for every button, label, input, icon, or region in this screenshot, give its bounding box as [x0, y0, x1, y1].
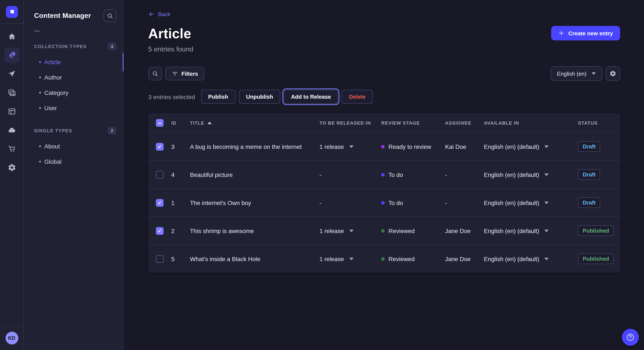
nav-marketplace-button[interactable] — [4, 141, 20, 157]
cell-released-in[interactable]: 1 release — [320, 143, 381, 150]
subnav-item-label: About — [44, 143, 60, 150]
gear-icon — [8, 163, 16, 172]
back-link[interactable]: Back — [148, 11, 170, 17]
column-header-review-stage[interactable]: REVIEW STAGE — [381, 120, 445, 125]
single-types-label: SINGLE TYPES — [34, 128, 72, 133]
locale-select[interactable]: English (en) — [550, 66, 602, 81]
table-header-row: ID TITLE TO BE RELEASED IN REVIEW STAGE … — [148, 113, 620, 132]
chevron-down-icon — [544, 229, 548, 232]
delete-button[interactable]: Delete — [342, 90, 373, 104]
back-label: Back — [158, 11, 170, 17]
table-row[interactable]: 2 This shrimp is awesome 1 release Revie… — [148, 216, 620, 245]
nav-content-manager-button[interactable] — [4, 48, 20, 63]
bullet-icon — [39, 92, 41, 94]
nav-media-library-button[interactable] — [4, 85, 20, 100]
cell-assignee: Jane Doe — [445, 255, 484, 262]
row-checkbox[interactable] — [156, 255, 164, 263]
chevron-down-icon — [544, 173, 548, 176]
cell-released-in[interactable]: 1 release — [320, 227, 381, 234]
entries-count-text: 5 entries found — [148, 45, 620, 53]
chevron-down-icon — [544, 201, 548, 204]
subnav-item-author[interactable]: Author — [24, 70, 123, 85]
rail-divider — [0, 23, 24, 24]
subnav-item-global[interactable]: Global — [24, 154, 123, 169]
cell-id: 5 — [171, 255, 190, 262]
sort-ascending-icon — [207, 121, 212, 124]
subnav-item-category[interactable]: Category — [24, 85, 123, 100]
bullet-icon — [39, 161, 41, 163]
view-settings-button[interactable] — [606, 66, 620, 81]
feather-icon — [8, 51, 16, 59]
review-stage-dot — [381, 145, 384, 148]
cell-available-in[interactable]: English (en) (default) — [484, 143, 578, 150]
user-avatar[interactable]: KD — [5, 332, 18, 345]
nav-cloud-button[interactable] — [4, 123, 20, 138]
column-header-id[interactable]: ID — [171, 120, 190, 125]
subnav-item-label: Category — [44, 89, 68, 96]
add-to-release-button[interactable]: Add to Release — [284, 90, 338, 104]
cart-icon — [8, 145, 16, 153]
single-types-section: SINGLE TYPES 2 About Global — [24, 127, 123, 169]
column-header-title[interactable]: TITLE — [190, 120, 320, 125]
single-types-count-badge: 2 — [108, 127, 116, 134]
release-caret-icon[interactable] — [349, 257, 353, 260]
subnav-item-about[interactable]: About — [24, 139, 123, 154]
bulk-actions-row: 3 entries selected Publish Unpublish Add… — [148, 90, 620, 104]
unpublish-button[interactable]: Unpublish — [239, 90, 280, 104]
create-new-entry-button[interactable]: Create new entry — [551, 26, 620, 40]
cell-available-in[interactable]: English (en) (default) — [484, 227, 578, 234]
row-checkbox[interactable] — [156, 199, 164, 206]
column-header-status[interactable]: STATUS — [578, 120, 616, 125]
bullet-icon — [39, 146, 41, 147]
chevron-down-icon — [592, 72, 596, 75]
cell-available-in[interactable]: English (en) (default) — [484, 255, 578, 262]
row-checkbox[interactable] — [156, 227, 164, 234]
strapi-logo[interactable] — [6, 6, 18, 18]
release-caret-icon[interactable] — [349, 229, 353, 232]
column-header-assignee[interactable]: ASSIGNEE — [445, 120, 484, 125]
table-row[interactable]: 3 A bug is becoming a meme on the intern… — [148, 132, 620, 160]
collection-types-section: COLLECTION TYPES 4 Article Author Catego… — [24, 42, 123, 116]
single-types-items: About Global — [24, 139, 123, 169]
locale-value: English (en) — [557, 70, 586, 77]
nav-settings-button[interactable] — [4, 160, 20, 175]
cell-available-in[interactable]: English (en) (default) — [484, 171, 578, 178]
nav-deploy-button[interactable] — [4, 66, 20, 82]
row-checkbox[interactable] — [156, 171, 164, 178]
filters-button[interactable]: Filters — [165, 67, 204, 80]
help-button[interactable] — [622, 329, 639, 346]
column-header-available-in[interactable]: AVAILABLE IN — [484, 120, 578, 125]
cell-available-in[interactable]: English (en) (default) — [484, 199, 578, 206]
subnav-search-button[interactable] — [104, 9, 116, 22]
gear-icon — [610, 70, 616, 77]
table-row[interactable]: 4 Beautiful picture - To do - English (e… — [148, 160, 620, 188]
review-stage-dot — [381, 229, 384, 232]
cell-id: 4 — [171, 171, 190, 178]
subnav-item-user[interactable]: User — [24, 100, 123, 116]
cell-title: This shrimp is awesome — [190, 227, 320, 234]
subnav-item-article[interactable]: Article — [24, 54, 123, 70]
table-row[interactable]: 5 What's inside a Black Hole 1 release R… — [148, 245, 620, 273]
cell-review-stage: Reviewed — [381, 227, 445, 234]
nav-home-button[interactable] — [4, 29, 20, 44]
page-title: Article — [148, 26, 191, 42]
cell-released-in[interactable]: 1 release — [320, 255, 381, 262]
row-checkbox[interactable] — [156, 143, 164, 150]
nav-content-type-builder-button[interactable] — [4, 104, 20, 119]
column-header-released[interactable]: TO BE RELEASED IN — [320, 120, 381, 125]
table-row[interactable]: 1 The internet's Own boy - To do - Engli… — [148, 188, 620, 216]
subnav-item-label: User — [44, 105, 57, 111]
release-caret-icon[interactable] — [349, 145, 353, 148]
cell-id: 2 — [171, 227, 190, 234]
strapi-logo-icon — [9, 9, 15, 15]
status-badge: Published — [578, 253, 614, 264]
publish-button[interactable]: Publish — [201, 90, 235, 104]
cell-released-in[interactable]: - — [320, 199, 381, 206]
select-all-checkbox[interactable] — [156, 119, 164, 127]
actions-row: Filters English (en) — [148, 66, 620, 81]
single-types-header: SINGLE TYPES 2 — [24, 127, 123, 134]
search-entries-button[interactable] — [148, 67, 162, 80]
subnav-title: Content Manager — [34, 12, 91, 19]
cell-review-stage: To do — [381, 199, 445, 206]
cell-released-in[interactable]: - — [320, 171, 381, 178]
